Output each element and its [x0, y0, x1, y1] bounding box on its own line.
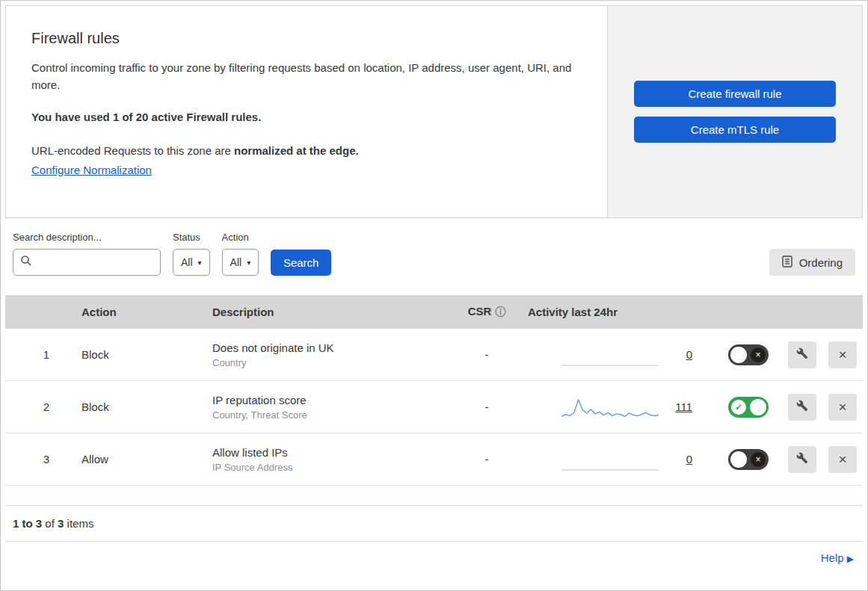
activity-sparkline	[561, 447, 659, 472]
rule-activity-cell: 0	[528, 342, 715, 368]
pagination-range: 1 to 3	[13, 517, 42, 530]
filter-bar: Search description... Status All ▾ Actio…	[1, 218, 867, 295]
action-filter-group: Action All ▾	[222, 232, 259, 276]
wrench-icon	[796, 347, 808, 362]
status-filter-group: Status All ▾	[173, 232, 210, 276]
normalization-bold-text: normalized at the edge.	[234, 144, 359, 157]
search-icon	[20, 255, 32, 270]
toggle-knob	[730, 347, 747, 363]
rule-priority: 2	[5, 400, 80, 413]
delete-rule-button[interactable]: ×	[828, 394, 857, 421]
ordering-label: Ordering	[799, 256, 843, 269]
rule-action: Allow	[80, 453, 207, 465]
normalization-text: URL-encoded Requests to this zone are	[31, 144, 234, 157]
activity-count-link[interactable]: 0	[686, 348, 692, 361]
rule-fields: Country, Threat Score	[212, 409, 446, 421]
firewall-overview-section: Firewall rules Control incoming traffic …	[5, 5, 863, 218]
header-activity: Activity last 24hr	[528, 306, 715, 318]
search-box[interactable]	[13, 249, 161, 276]
rule-action: Block	[80, 400, 207, 413]
rule-enabled-toggle[interactable]: ×	[728, 344, 769, 365]
close-icon: ×	[838, 400, 846, 414]
rule-activity-cell: 111	[528, 394, 715, 420]
rule-description: Does not originate in UK	[212, 341, 446, 354]
help-arrow-icon: ▶	[847, 554, 854, 564]
activity-sparkline	[561, 342, 659, 368]
table-row: 2 Block IP reputation score Country, Thr…	[5, 381, 863, 433]
rule-priority: 1	[5, 348, 80, 361]
toggle-knob	[730, 451, 747, 468]
table-header-row: Action Description CSRⓘ Activity last 24…	[5, 295, 863, 329]
help-bar: Help ▶	[1, 542, 867, 565]
header-action: Action	[80, 306, 207, 318]
rule-csr-value: -	[446, 400, 528, 413]
firewall-rules-page: Firewall rules Control incoming traffic …	[0, 0, 868, 591]
pagination-total: 3	[58, 517, 64, 530]
help-link[interactable]: Help ▶	[821, 551, 854, 564]
status-select[interactable]: All ▾	[173, 249, 210, 276]
close-icon: ×	[838, 452, 846, 466]
configure-normalization-link[interactable]: Configure Normalization	[31, 164, 152, 176]
activity-sparkline	[561, 394, 659, 420]
chevron-down-icon: ▾	[198, 259, 202, 267]
wrench-icon	[796, 400, 808, 414]
rule-enabled-toggle[interactable]: ✓	[728, 397, 769, 418]
rule-csr-value: -	[446, 348, 528, 361]
toggle-state-icon: ×	[751, 452, 766, 467]
rule-fields: Country	[212, 357, 446, 368]
close-icon: ×	[838, 347, 846, 362]
activity-count-link[interactable]: 111	[675, 400, 692, 413]
pagination-of: of	[45, 517, 55, 530]
actions-panel: Create firewall rule Create mTLS rule	[607, 6, 862, 217]
csr-label: CSR	[468, 305, 492, 318]
rules-table: Action Description CSRⓘ Activity last 24…	[5, 295, 863, 486]
rule-csr-value: -	[446, 453, 528, 465]
rule-fields: IP Source Address	[212, 462, 446, 473]
ordering-icon	[782, 256, 792, 270]
page-title: Firewall rules	[31, 30, 582, 47]
intro-card: Firewall rules Control incoming traffic …	[6, 6, 607, 217]
edit-rule-button[interactable]	[788, 341, 816, 368]
action-label: Action	[222, 232, 259, 243]
search-label: Search description...	[13, 232, 161, 243]
chevron-down-icon: ▾	[247, 259, 250, 267]
rule-description: IP reputation score	[212, 394, 446, 406]
rule-description-cell: Allow listed IPs IP Source Address	[207, 446, 446, 473]
rule-activity-cell: 0	[528, 447, 715, 472]
rule-description-cell: IP reputation score Country, Threat Scor…	[207, 394, 446, 421]
header-csr: CSRⓘ	[446, 305, 528, 319]
status-selected-value: All	[181, 256, 193, 268]
pagination-info: 1 to 3 of 3 items	[5, 505, 863, 542]
rule-enabled-toggle[interactable]: ×	[728, 449, 769, 470]
delete-rule-button[interactable]: ×	[828, 341, 857, 368]
table-row: 1 Block Does not originate in UK Country…	[5, 329, 863, 381]
header-description: Description	[207, 306, 446, 318]
rule-priority: 3	[5, 453, 80, 465]
status-label: Status	[173, 232, 210, 243]
toggle-knob	[750, 399, 766, 415]
search-button[interactable]: Search	[271, 250, 331, 276]
toggle-state-icon: ✓	[731, 400, 746, 415]
wrench-icon	[796, 452, 808, 466]
delete-rule-button[interactable]: ×	[828, 446, 857, 473]
edit-rule-button[interactable]	[788, 446, 816, 473]
create-firewall-rule-button[interactable]: Create firewall rule	[634, 81, 836, 107]
rule-action: Block	[80, 348, 207, 361]
usage-summary: You have used 1 of 20 active Firewall ru…	[31, 111, 582, 123]
search-input[interactable]	[37, 256, 153, 269]
action-selected-value: All	[230, 256, 242, 268]
table-row: 3 Allow Allow listed IPs IP Source Addre…	[5, 433, 863, 486]
search-filter-group: Search description...	[13, 232, 161, 276]
rule-description: Allow listed IPs	[212, 446, 446, 459]
normalization-note: URL-encoded Requests to this zone are no…	[31, 144, 582, 157]
pagination-items: items	[67, 517, 94, 530]
action-select[interactable]: All ▾	[222, 249, 259, 276]
ordering-button[interactable]: Ordering	[769, 249, 855, 276]
info-icon[interactable]: ⓘ	[495, 306, 505, 318]
edit-rule-button[interactable]	[788, 394, 816, 421]
activity-count-link[interactable]: 0	[686, 453, 692, 465]
create-mtls-rule-button[interactable]: Create mTLS rule	[634, 117, 836, 143]
help-label: Help	[821, 551, 844, 564]
rule-description-cell: Does not originate in UK Country	[207, 341, 446, 368]
toggle-state-icon: ×	[751, 347, 766, 362]
